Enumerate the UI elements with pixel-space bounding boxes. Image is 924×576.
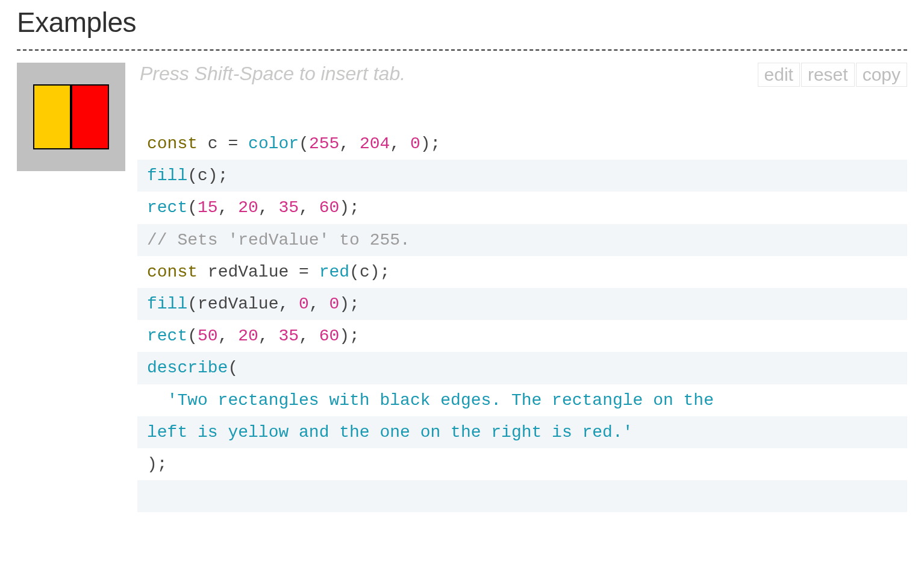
code-line: rect(15, 20, 35, 60); bbox=[137, 192, 907, 224]
reset-button[interactable]: reset bbox=[801, 63, 855, 87]
copy-button[interactable]: copy bbox=[856, 63, 907, 87]
hint-text: Press Shift-Space to insert tab. bbox=[140, 63, 405, 85]
example-row: Press Shift-Space to insert tab. edit re… bbox=[17, 63, 907, 512]
code-block[interactable]: const c = color(255, 204, 0);fill(c);rec… bbox=[137, 92, 907, 512]
code-line: describe( bbox=[137, 352, 907, 384]
section-title: Examples bbox=[17, 6, 907, 39]
code-line: const redValue = red(c); bbox=[137, 256, 907, 288]
code-line: ); bbox=[137, 448, 907, 480]
divider bbox=[17, 49, 907, 51]
code-line: rect(50, 20, 35, 60); bbox=[137, 320, 907, 352]
action-buttons: edit reset copy bbox=[758, 63, 907, 87]
code-line bbox=[137, 480, 907, 512]
code-line: fill(redValue, 0, 0); bbox=[137, 288, 907, 320]
code-line: // Sets 'redValue' to 255. bbox=[137, 224, 907, 256]
code-line: left is yellow and the one on the right … bbox=[137, 416, 907, 448]
code-line: const c = color(255, 204, 0); bbox=[137, 128, 907, 160]
code-line: 'Two rectangles with black edges. The re… bbox=[137, 384, 907, 416]
canvas-rect bbox=[71, 84, 109, 149]
canvas-preview bbox=[17, 63, 125, 171]
code-line: fill(c); bbox=[137, 160, 907, 192]
canvas-rect bbox=[33, 84, 71, 149]
edit-button[interactable]: edit bbox=[758, 63, 800, 87]
example-page: Examples Press Shift-Space to insert tab… bbox=[0, 0, 924, 512]
code-header: Press Shift-Space to insert tab. edit re… bbox=[137, 63, 907, 92]
code-panel: Press Shift-Space to insert tab. edit re… bbox=[137, 63, 907, 512]
